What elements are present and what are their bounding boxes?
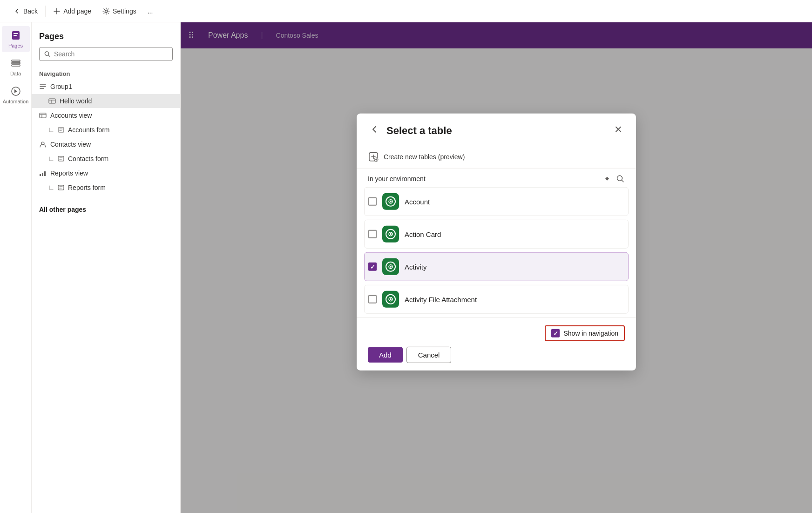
topbar: Back Add page Settings ... (0, 0, 812, 22)
hello-world-label: Hello world (60, 97, 92, 105)
nav-item-reports-view[interactable]: Reports view (32, 166, 180, 181)
svg-rect-16 (44, 171, 46, 176)
chart-icon (39, 169, 47, 177)
show-nav-checkbox[interactable]: ✓ (551, 329, 560, 338)
table-list: Account Action Card (357, 187, 636, 317)
sub-icon2 (48, 156, 54, 162)
back-button[interactable]: Back (7, 5, 43, 18)
svg-point-20 (617, 176, 623, 181)
svg-rect-11 (58, 128, 64, 132)
accounts-form-label: Accounts form (68, 126, 109, 134)
icon-sidebar: Pages Data Automation (0, 22, 32, 513)
env-row: In your environment (357, 169, 636, 187)
contacts-form-label: Contacts form (68, 155, 108, 162)
form-icon (58, 127, 64, 133)
automation-label: Automation (3, 99, 29, 104)
settings-icon (102, 7, 110, 15)
settings-label: Settings (113, 7, 136, 15)
sidebar-item-pages[interactable]: Pages (2, 26, 30, 52)
add-button[interactable]: Add (368, 347, 403, 363)
svg-point-22 (390, 201, 392, 202)
show-in-navigation-control[interactable]: ✓ Show in navigation (545, 325, 625, 341)
more-button[interactable]: ... (142, 5, 159, 18)
dialog-title-row: Select a table (368, 123, 452, 138)
nav-item-accounts-view[interactable]: Accounts view (32, 108, 180, 123)
sort-icon[interactable] (602, 174, 612, 183)
search-box[interactable] (39, 47, 173, 61)
group1-label: Group1 (50, 83, 72, 90)
table-item-activity[interactable]: ✓ Activity (364, 252, 629, 281)
automation-icon (10, 86, 21, 97)
action-card-name: Action Card (405, 230, 441, 238)
nav-item-contacts-form[interactable]: Contacts form (32, 152, 180, 166)
sidebar-item-automation[interactable]: Automation (2, 82, 30, 108)
settings-button[interactable]: Settings (97, 5, 142, 18)
form-icon3 (58, 184, 64, 191)
person-icon (39, 141, 47, 148)
accounts-view-label: Accounts view (50, 112, 92, 119)
svg-point-0 (105, 10, 108, 12)
view-icon (39, 112, 47, 119)
dialog-back-button[interactable] (368, 123, 381, 138)
more-label: ... (148, 7, 153, 15)
search-input[interactable] (54, 50, 168, 58)
create-new-tables-button[interactable]: Create new tables (preview) (357, 146, 636, 169)
account-name: Account (405, 197, 430, 205)
dialog-actions: Add Cancel (368, 347, 625, 363)
svg-rect-15 (42, 173, 43, 176)
action-card-icon (382, 226, 399, 243)
table-item-action-card[interactable]: Action Card (364, 220, 629, 249)
svg-rect-3 (14, 35, 17, 36)
main-content: ⠿ Power Apps | Contoso Sales Select a ta… (181, 22, 812, 513)
svg-rect-9 (49, 99, 55, 103)
pages-title: Pages (32, 22, 180, 47)
activity-file-name: Activity File Attachment (405, 295, 477, 303)
table-item-activity-file[interactable]: Activity File Attachment (364, 285, 629, 314)
cancel-button[interactable]: Cancel (406, 347, 452, 363)
select-table-dialog: Select a table Create new tables (previe… (357, 114, 636, 371)
nav-item-reports-form[interactable]: Reports form (32, 181, 180, 195)
activity-file-checkbox[interactable] (368, 295, 377, 304)
svg-rect-14 (40, 174, 41, 176)
pages-panel: Pages Navigation Group1 Hello world (32, 22, 181, 513)
nav-item-accounts-form[interactable]: Accounts form (32, 123, 180, 137)
activity-icon-inner (386, 262, 396, 272)
show-nav-row: ✓ Show in navigation (368, 325, 625, 341)
nav-item-group1[interactable]: Group1 (32, 79, 180, 94)
main-layout: Pages Data Automation Pages (0, 22, 812, 513)
env-controls (602, 174, 625, 183)
action-card-checkbox[interactable] (368, 230, 377, 238)
svg-point-28 (390, 298, 392, 300)
list-icon (39, 83, 47, 90)
table-icon (48, 97, 56, 105)
env-search-icon[interactable] (616, 174, 625, 183)
activity-checkbox[interactable]: ✓ (368, 263, 377, 271)
svg-rect-17 (58, 185, 64, 190)
svg-rect-2 (14, 33, 18, 34)
add-icon (53, 7, 61, 15)
svg-point-24 (390, 233, 392, 235)
nav-item-hello-world[interactable]: Hello world (32, 94, 180, 108)
add-page-label: Add page (63, 7, 91, 15)
dialog-footer: ✓ Show in navigation Add Cancel (357, 317, 636, 371)
svg-point-26 (390, 266, 392, 268)
account-icon-inner (386, 196, 396, 207)
all-other-title: All other pages (32, 202, 180, 217)
back-icon (13, 7, 20, 15)
table-item-account[interactable]: Account (364, 187, 629, 216)
contacts-view-label: Contacts view (50, 141, 91, 148)
svg-rect-5 (12, 62, 20, 64)
sub-icon (48, 127, 54, 133)
nav-item-contacts-view[interactable]: Contacts view (32, 137, 180, 152)
sidebar-item-data[interactable]: Data (2, 54, 30, 80)
account-icon (382, 193, 399, 210)
account-checkbox[interactable] (368, 197, 377, 206)
dialog-header: Select a table (357, 114, 636, 146)
dialog-close-button[interactable] (612, 123, 625, 138)
add-page-button[interactable]: Add page (47, 5, 97, 18)
sub-icon3 (48, 185, 54, 190)
create-table-icon (368, 151, 379, 162)
svg-rect-4 (12, 60, 20, 61)
back-label: Back (23, 7, 38, 15)
activity-name: Activity (405, 263, 427, 270)
